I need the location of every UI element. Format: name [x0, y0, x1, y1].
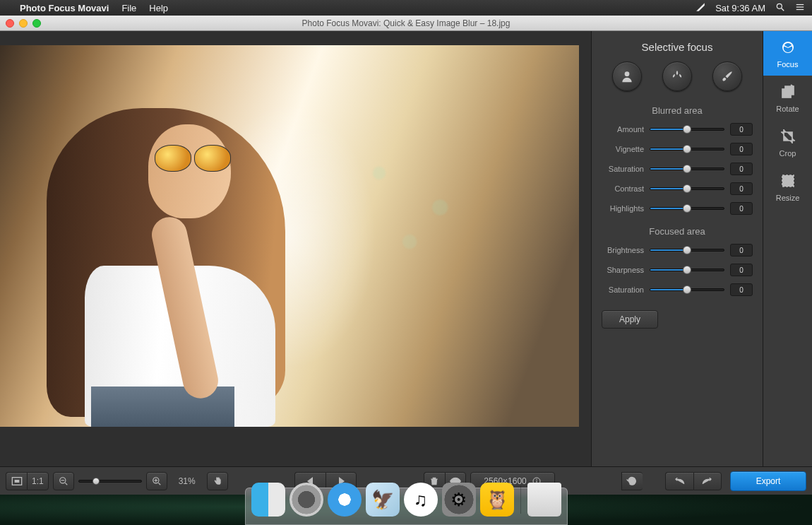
blurred-slider-row: Amount0 [602, 123, 753, 136]
mode-macro-button[interactable] [662, 61, 692, 91]
svg-rect-9 [14, 480, 19, 483]
zoom-in-button[interactable] [146, 472, 167, 490]
focused-slider[interactable] [650, 249, 724, 252]
zoom-out-button[interactable] [53, 472, 74, 490]
dock-launchpad-icon[interactable] [289, 483, 323, 517]
blurred-slider-row: Highlights0 [602, 202, 753, 215]
blurred-area-title: Blurred area [602, 105, 753, 116]
fit-screen-button[interactable] [6, 472, 27, 490]
undo-button[interactable] [665, 472, 693, 490]
dock-safari-icon[interactable] [328, 483, 362, 517]
window-maximize-button[interactable] [32, 19, 41, 28]
mode-brush-button[interactable] [712, 61, 742, 91]
focused-slider[interactable] [650, 288, 724, 291]
blurred-value[interactable]: 0 [730, 202, 753, 215]
blurred-slider[interactable] [650, 187, 724, 190]
focused-area-title: Focused area [602, 226, 753, 237]
dock-mail-icon[interactable]: 🦅 [366, 483, 400, 517]
zoom-percent-label: 31% [179, 476, 196, 486]
apply-button[interactable]: Apply [602, 310, 658, 329]
export-button[interactable]: Export [730, 471, 806, 491]
window-traffic-lights [6, 19, 41, 28]
tool-label: Resize [776, 194, 800, 202]
dock-itunes-icon[interactable]: ♫ [404, 483, 438, 517]
menubar-status-icon[interactable] [695, 2, 705, 14]
menubar-clock[interactable]: Sat 9:36 AM [715, 3, 765, 13]
svg-point-19 [536, 478, 537, 480]
focused-label: Sharpness [602, 266, 644, 274]
blurred-slider-row: Saturation0 [602, 163, 753, 175]
tool-strip: FocusRotateCropResize [763, 31, 812, 466]
blurred-value[interactable]: 0 [730, 182, 753, 195]
window-close-button[interactable] [6, 19, 14, 28]
blurred-slider-row: Contrast0 [602, 182, 753, 195]
rotate-icon [780, 83, 796, 102]
actual-size-button[interactable]: 1:1 [27, 472, 49, 490]
dock-finder-icon[interactable] [251, 483, 285, 517]
blurred-label: Contrast [602, 184, 644, 193]
hand-tool-button[interactable] [207, 472, 228, 490]
svg-rect-3 [796, 6, 804, 7]
blurred-value[interactable]: 0 [730, 123, 753, 136]
menubar-item-help[interactable]: Help [149, 3, 168, 13]
svg-line-12 [65, 483, 67, 485]
crop-icon [780, 128, 796, 146]
dock: 🦅 ♫ ⚙ 🦉 [245, 488, 568, 525]
dock-app-icon[interactable]: 🦉 [480, 483, 514, 517]
tool-resize[interactable]: Resize [763, 165, 812, 209]
spotlight-icon[interactable] [775, 2, 785, 14]
notification-center-icon[interactable] [795, 2, 805, 14]
focused-value[interactable]: 0 [730, 283, 753, 296]
blurred-slider[interactable] [650, 148, 724, 151]
svg-point-17 [454, 480, 457, 483]
focused-slider-row: Saturation0 [602, 283, 753, 296]
tool-label: Rotate [776, 105, 799, 113]
zoom-slider[interactable] [78, 480, 142, 483]
blurred-label: Highlights [602, 204, 644, 213]
focus-mode-row [602, 61, 753, 91]
blurred-slider[interactable] [650, 207, 724, 210]
svg-rect-2 [796, 4, 804, 4]
redo-button[interactable] [693, 472, 722, 490]
blurred-slider[interactable] [650, 167, 724, 170]
menubar-app-name[interactable]: Photo Focus Movavi [20, 3, 109, 13]
focused-label: Saturation [602, 285, 644, 294]
settings-panel: Selective focus Blurred area Amount0Vign… [591, 31, 763, 466]
app-body: Selective focus Blurred area Amount0Vign… [0, 31, 812, 466]
svg-point-5 [624, 71, 629, 76]
dock-settings-icon[interactable]: ⚙ [442, 483, 476, 517]
window-title: Photo Focus Movavi: Quick & Easy Image B… [302, 18, 511, 28]
mode-portrait-button[interactable] [612, 61, 642, 91]
panel-title: Selective focus [602, 41, 753, 53]
blurred-value[interactable]: 0 [730, 163, 753, 175]
tool-crop[interactable]: Crop [763, 120, 812, 165]
resize-icon [780, 172, 796, 191]
blurred-value[interactable]: 0 [730, 143, 753, 155]
blurred-label: Amount [602, 125, 644, 134]
tool-rotate[interactable]: Rotate [763, 76, 812, 120]
focused-slider[interactable] [650, 269, 724, 271]
window-titlebar: Photo Focus Movavi: Quick & Easy Image B… [0, 16, 812, 31]
window-minimize-button[interactable] [19, 19, 28, 28]
blurred-slider[interactable] [650, 128, 724, 131]
macos-menubar: Photo Focus Movavi File Help Sat 9:36 AM [0, 0, 812, 16]
dock-trash-icon[interactable] [527, 483, 561, 517]
svg-line-16 [158, 483, 160, 485]
menubar-item-file[interactable]: File [121, 3, 136, 13]
undo-all-button[interactable] [621, 472, 643, 490]
tool-focus[interactable]: Focus [763, 31, 812, 76]
blurred-slider-row: Vignette0 [602, 143, 753, 155]
focused-value[interactable]: 0 [730, 244, 753, 256]
blurred-label: Saturation [602, 165, 644, 173]
focused-label: Brightness [602, 246, 644, 254]
svg-line-1 [782, 8, 784, 11]
photo-canvas[interactable] [0, 31, 591, 466]
svg-rect-4 [796, 8, 804, 9]
focused-value[interactable]: 0 [730, 264, 753, 276]
focused-slider-row: Sharpness0 [602, 264, 753, 276]
focused-slider-row: Brightness0 [602, 244, 753, 256]
desktop-dock-area: 🦅 ♫ ⚙ 🦉 [0, 495, 812, 525]
focus-icon [780, 39, 796, 57]
blurred-label: Vignette [602, 145, 644, 153]
photo-image [0, 45, 579, 427]
